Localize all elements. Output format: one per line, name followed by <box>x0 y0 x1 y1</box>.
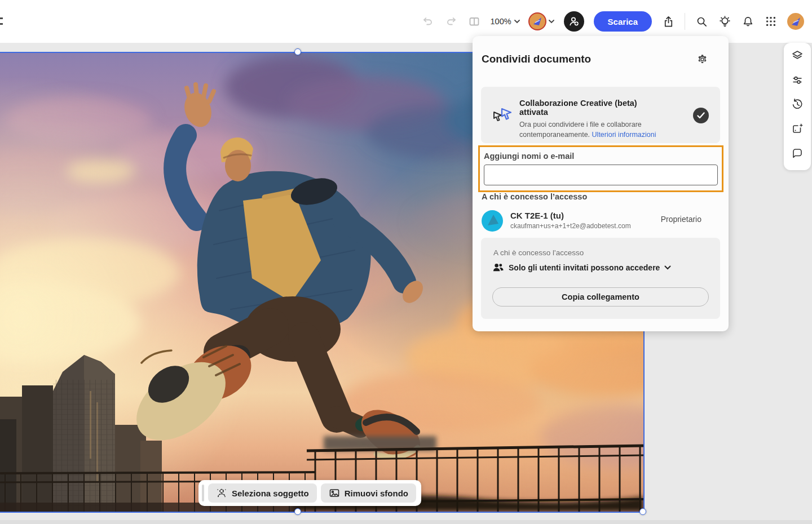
undo-icon[interactable] <box>421 15 435 28</box>
share-document-panel: Condividi documento Collaborazione Creat… <box>473 36 729 331</box>
copy-link-button[interactable]: Copia collegamento <box>492 287 709 307</box>
remove-background-icon <box>329 487 340 499</box>
history-icon[interactable] <box>791 97 804 111</box>
comments-icon[interactable] <box>791 146 804 159</box>
apps-grid-icon[interactable] <box>764 15 778 28</box>
owner-email: ckaufman+us+a+1+t2e@adobetest.com <box>510 222 631 230</box>
add-people-input[interactable] <box>484 165 718 185</box>
add-people-label: Aggiungi nomi o e-mail <box>484 152 574 161</box>
chevron-down-icon <box>514 20 520 24</box>
collab-banner-line1: Ora puoi condividere i file e collaborar… <box>519 119 666 130</box>
pages-icon[interactable] <box>467 15 481 28</box>
access-heading: A chi è concesso l’accesso <box>482 192 587 201</box>
owner-row: CK T2E-1 (tu) ckaufman+us+a+1+t2e@adobet… <box>482 208 710 233</box>
owner-name: CK T2E-1 (tu) <box>510 211 564 220</box>
zoom-control[interactable]: 100% <box>491 17 520 26</box>
selection-handle-corner[interactable] <box>639 508 646 515</box>
download-button[interactable]: Scarica <box>594 11 652 32</box>
remove-background-button[interactable]: Rimuovi sfondo <box>321 483 416 503</box>
select-subject-label: Seleziona soggetto <box>232 489 309 498</box>
select-subject-icon <box>216 487 227 499</box>
collab-enabled-check-icon <box>693 108 709 123</box>
selection-handle-bottom[interactable] <box>294 508 301 515</box>
create-remix-icon[interactable] <box>791 122 804 135</box>
people-icon <box>492 263 504 273</box>
notifications-bell-icon[interactable] <box>741 15 754 28</box>
collab-banner-line2: contemporaneamente. <box>519 131 590 139</box>
share-export-icon[interactable] <box>661 15 675 28</box>
collaborator-avatar <box>529 14 545 29</box>
collaborator-avatar-menu[interactable] <box>529 14 554 29</box>
add-people-highlight: Aggiungi nomi o e-mail <box>478 145 723 192</box>
zoom-value: 100% <box>491 17 511 26</box>
select-subject-button[interactable]: Seleziona soggetto <box>208 483 317 503</box>
remove-background-label: Rimuovi sfondo <box>345 489 408 498</box>
account-avatar[interactable] <box>787 13 804 30</box>
redo-icon[interactable] <box>444 15 458 28</box>
search-icon[interactable] <box>695 15 708 28</box>
chevron-down-icon <box>664 265 671 270</box>
learn-more-link[interactable]: Ulteriori informazioni <box>592 131 656 139</box>
share-settings-gear-icon[interactable] <box>696 54 708 65</box>
toolbar-divider <box>685 13 685 30</box>
drag-handle[interactable] <box>202 485 204 501</box>
access-level-dropdown[interactable]: Solo gli utenti invitati possono acceder… <box>492 263 671 273</box>
adjustments-sliders-icon[interactable] <box>791 73 804 87</box>
layers-icon[interactable] <box>791 49 804 63</box>
invite-collaborators-button[interactable] <box>564 11 584 32</box>
access-level-value: Solo gli utenti invitati possono acceder… <box>509 263 660 272</box>
quick-actions-bar: Seleziona soggetto Rimuovi sfondo <box>198 480 421 506</box>
link-access-box: A chi è concesso l'accesso Solo gli uten… <box>481 238 720 319</box>
chevron-down-icon <box>549 20 554 24</box>
collab-banner-title: Collaborazione Creative (beta) attivata <box>519 99 666 117</box>
link-access-heading: A chi è concesso l'accesso <box>493 248 584 257</box>
selection-handle-top[interactable] <box>294 48 301 55</box>
collaboration-cursors-icon <box>492 105 515 127</box>
right-tool-rail <box>784 43 811 170</box>
lightbulb-icon[interactable] <box>718 15 731 28</box>
owner-role: Proprietario <box>661 215 701 224</box>
share-panel-title: Condividi documento <box>482 53 591 65</box>
collaboration-banner: Collaborazione Creative (beta) attivata … <box>481 87 720 143</box>
cutoff-menu-icon <box>0 17 3 27</box>
workspace-bottom-strip <box>0 520 812 524</box>
owner-avatar <box>482 210 503 232</box>
